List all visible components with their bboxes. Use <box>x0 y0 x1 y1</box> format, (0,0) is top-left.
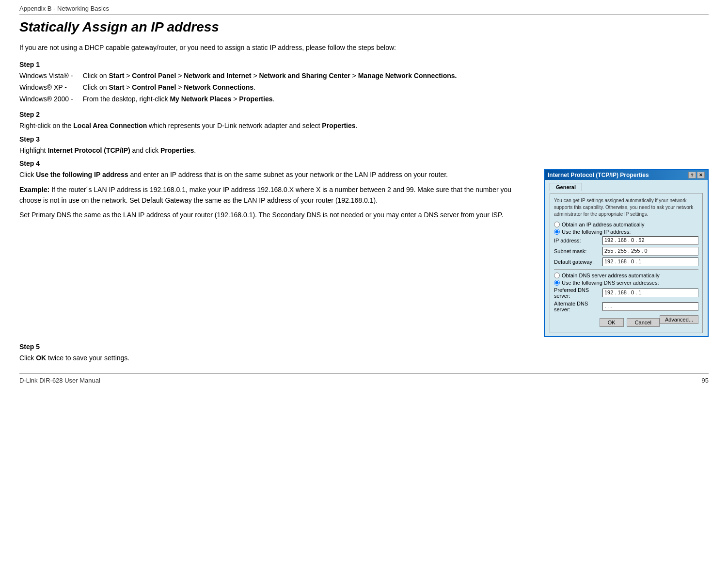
obtain-ip-radio[interactable] <box>554 222 560 227</box>
step4-heading: Step 4 <box>19 160 709 167</box>
step5-heading: Step 5 <box>19 343 709 351</box>
general-tab[interactable]: General <box>550 183 582 191</box>
xp-text: Click on Start > Control Panel > Network… <box>83 82 462 94</box>
dialog-tabs: General <box>550 183 703 191</box>
step1-block: Step 1 Windows Vista® - Click on Start >… <box>19 61 709 105</box>
xp-start: Start <box>109 83 124 91</box>
win2000-network: My Network Places <box>170 95 231 103</box>
obtain-dns-radio[interactable] <box>554 273 560 278</box>
xp-control: Control Panel <box>132 83 176 91</box>
step2-text: Right-click on the Local Area Connection… <box>19 120 709 131</box>
obtain-dns-label: Obtain DNS server address automatically <box>562 273 660 278</box>
step4-example: Example: If the router´s LAN IP address … <box>19 184 534 206</box>
radio-obtain-ip: Obtain an IP address automatically <box>554 222 698 227</box>
vista-control: Control Panel <box>132 72 176 80</box>
preferred-dns-row: Preferred DNS server: 192 . 168 . 0 . 1 <box>554 287 698 299</box>
vista-label: Windows Vista® - <box>19 70 83 82</box>
page-title: Statically Assign an IP address <box>19 19 709 35</box>
top-bar: Appendix B - Networking Basics <box>19 5 709 15</box>
dialog-title: Internet Protocol (TCP/IP) Properties <box>548 172 649 178</box>
step4-block: Step 4 Click Use the following IP addres… <box>19 160 709 337</box>
dialog-action-buttons: OK Cancel <box>554 316 660 329</box>
vista-sharing-center: Network and Sharing Center <box>259 72 350 80</box>
step5-text: Click OK twice to save your settings. <box>19 353 709 363</box>
radio-obtain-dns: Obtain DNS server address automatically <box>554 273 698 278</box>
bottom-bar: D-Link DIR-628 User Manual 95 <box>19 373 709 384</box>
step3-text: Highlight Internet Protocol (TCP/IP) and… <box>19 145 709 156</box>
use-ip-label: Use the following IP address: <box>562 229 631 235</box>
step3-heading: Step 3 <box>19 135 709 143</box>
tcp-ip-dialog: Internet Protocol (TCP/IP) Properties ? … <box>544 169 709 337</box>
subnet-input[interactable]: 255 . 255 . 255 . 0 <box>602 247 698 256</box>
win2000-props: Properties <box>239 95 272 103</box>
bottom-left: D-Link DIR-628 User Manual <box>19 377 100 384</box>
step2-block: Step 2 Right-click on the Local Area Con… <box>19 111 709 131</box>
subnet-label: Subnet mask: <box>554 248 602 254</box>
cancel-button[interactable]: Cancel <box>627 318 660 327</box>
use-dns-label: Use the following DNS server addresses: <box>562 280 659 286</box>
advanced-button[interactable]: Advanced... <box>660 315 698 324</box>
step4-bold1: Use the following IP address <box>36 171 128 178</box>
xp-label: Windows® XP - <box>19 82 83 94</box>
gateway-label: Default gateway: <box>554 259 602 265</box>
step4-container: Click Use the following IP address and e… <box>19 169 709 337</box>
dialog-close-button[interactable]: ✕ <box>697 172 705 178</box>
step3-bold2: Properties <box>160 146 194 154</box>
win2000-row: Windows® 2000 - From the desktop, right-… <box>19 94 462 105</box>
win2000-text: From the desktop, right-click My Network… <box>83 94 462 105</box>
example-text: If the router´s LAN IP address is 192.16… <box>19 186 511 204</box>
alternate-dns-label: Alternate DNS server: <box>554 301 602 312</box>
gateway-input[interactable]: 192 . 168 . 0 . 1 <box>602 257 698 266</box>
preferred-dns-input[interactable]: 192 . 168 . 0 . 1 <box>602 289 698 297</box>
page-container: Appendix B - Networking Basics Staticall… <box>0 0 728 394</box>
ip-address-row: IP address: 192 . 168 . 0 . 52 <box>554 236 698 245</box>
radio-use-dns: Use the following DNS server addresses: <box>554 280 698 286</box>
win2000-label: Windows® 2000 - <box>19 94 83 105</box>
vista-network-internet: Network and Internet <box>184 72 251 80</box>
appendix-label: Appendix B - Networking Basics <box>19 5 109 12</box>
step4-para1: Click Use the following IP address and e… <box>19 169 534 180</box>
use-ip-radio[interactable] <box>554 229 560 235</box>
xp-network: Network Connections <box>184 83 253 91</box>
ip-address-label: IP address: <box>554 238 602 243</box>
alternate-dns-input[interactable]: . . . <box>602 302 698 311</box>
step4-text-area: Click Use the following IP address and e… <box>19 169 534 337</box>
step1-table: Windows Vista® - Click on Start > Contro… <box>19 70 462 105</box>
step1-heading: Step 1 <box>19 61 709 68</box>
vista-start: Start <box>109 72 124 80</box>
dialog-help-button[interactable]: ? <box>688 172 696 178</box>
dialog-titlebar: Internet Protocol (TCP/IP) Properties ? … <box>545 170 708 180</box>
step2-bold1: Local Area Connection <box>73 122 147 129</box>
dialog-window: Internet Protocol (TCP/IP) Properties ? … <box>544 169 709 337</box>
step3-bold1: Internet Protocol (TCP/IP) <box>47 146 130 154</box>
dialog-body: You can get IP settings assigned automat… <box>550 193 703 333</box>
bottom-right: 95 <box>702 377 709 384</box>
vista-row: Windows Vista® - Click on Start > Contro… <box>19 70 462 82</box>
step1-content: Windows Vista® - Click on Start > Contro… <box>19 70 709 105</box>
obtain-ip-label: Obtain an IP address automatically <box>562 222 644 227</box>
example-label: Example: <box>19 186 49 193</box>
dialog-separator <box>554 269 698 270</box>
ip-address-input[interactable]: 192 . 168 . 0 . 52 <box>602 236 698 245</box>
step5-ok: OK <box>36 354 46 362</box>
xp-row: Windows® XP - Click on Start > Control P… <box>19 82 462 94</box>
step2-heading: Step 2 <box>19 111 709 118</box>
preferred-dns-label: Preferred DNS server: <box>554 287 602 299</box>
step3-block: Step 3 Highlight Internet Protocol (TCP/… <box>19 135 709 156</box>
xp-period: . <box>253 83 255 91</box>
alternate-dns-row: Alternate DNS server: . . . <box>554 301 698 312</box>
ok-button[interactable]: OK <box>600 318 624 327</box>
radio-use-ip: Use the following IP address: <box>554 229 698 235</box>
dialog-titlebar-buttons: ? ✕ <box>688 172 705 178</box>
vista-text: Click on Start > Control Panel > Network… <box>83 70 462 82</box>
vista-click: Click on <box>83 72 109 80</box>
step2-bold2: Properties <box>322 122 355 129</box>
dialog-description: You can get IP settings assigned automat… <box>554 197 698 218</box>
intro-text: If you are not using a DHCP capable gate… <box>19 43 709 53</box>
use-dns-radio[interactable] <box>554 280 560 286</box>
subnet-row: Subnet mask: 255 . 255 . 255 . 0 <box>554 247 698 256</box>
step4-dns: Set Primary DNS the same as the LAN IP a… <box>19 209 534 220</box>
vista-manage: Manage Network Connections. <box>358 72 457 80</box>
gateway-row: Default gateway: 192 . 168 . 0 . 1 <box>554 257 698 266</box>
dialog-content: General You can get IP settings assigned… <box>545 180 708 336</box>
